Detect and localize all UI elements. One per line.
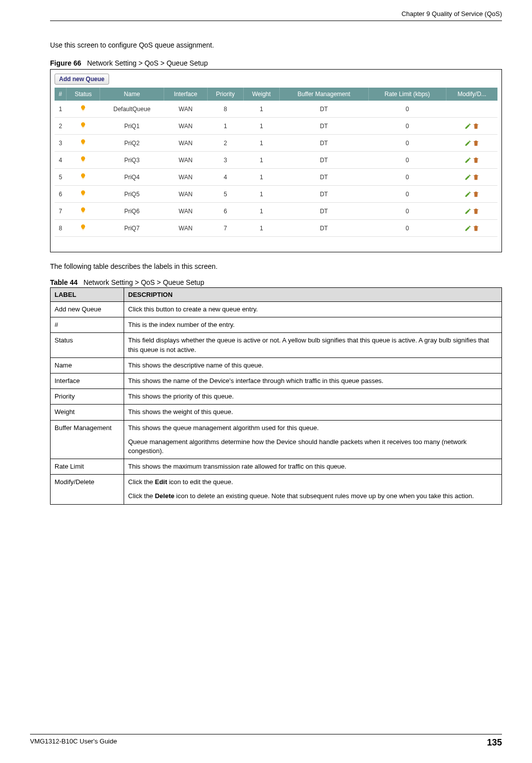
queue-cell (67, 220, 100, 237)
queue-modify-cell (446, 152, 497, 169)
delete-icon[interactable] (472, 156, 479, 163)
desc-row: PriorityThis shows the priority of this … (51, 389, 502, 405)
queue-cell: DefaultQueue (100, 101, 164, 118)
queue-cell: WAN (164, 152, 207, 169)
queue-modify-cell (446, 169, 497, 186)
queue-cell: DT (279, 118, 368, 135)
queue-cell: 1 (243, 118, 279, 135)
desc-text-cell: Click this button to create a new queue … (124, 302, 502, 317)
delete-icon[interactable] (472, 139, 479, 146)
desc-text-cell: This shows the maximum transmission rate… (124, 459, 502, 475)
queue-cell (67, 169, 100, 186)
desc-label-cell: Interface (51, 373, 124, 389)
queue-cell: PriQ4 (100, 169, 164, 186)
queue-cell: DT (279, 203, 368, 220)
delete-icon[interactable] (472, 190, 479, 197)
header-rule (50, 21, 502, 21)
queue-cell: DT (279, 186, 368, 203)
edit-icon[interactable] (464, 156, 471, 163)
desc-label-cell: Name (51, 357, 124, 373)
queue-cell: 0 (368, 220, 446, 237)
queue-header-cell: Interface (164, 88, 207, 101)
delete-icon[interactable] (472, 224, 479, 231)
table-row: 6PriQ5WAN51DT0 (55, 186, 497, 203)
queue-cell: 5 (207, 186, 243, 203)
queue-cell (67, 186, 100, 203)
queue-cell: WAN (164, 169, 207, 186)
desc-row: #This is the index number of the entry. (51, 317, 502, 333)
footer-page-number: 135 (487, 737, 502, 748)
queue-cell: 0 (368, 186, 446, 203)
description-table: LABEL DESCRIPTION Add new QueueClick thi… (50, 287, 502, 505)
queue-modify-cell (446, 135, 497, 152)
queue-cell: 1 (243, 186, 279, 203)
desc-label-cell: # (51, 317, 124, 333)
desc-text-cell: This shows the priority of this queue. (124, 389, 502, 405)
edit-icon[interactable] (464, 190, 471, 197)
edit-icon[interactable] (464, 139, 471, 146)
table-row: 2PriQ1WAN11DT0 (55, 118, 497, 135)
desc-label-cell: Weight (51, 405, 124, 420)
queue-cell: 7 (55, 203, 67, 220)
add-new-queue-button[interactable]: Add new Queue (55, 74, 109, 85)
queue-modify-cell (446, 118, 497, 135)
bulb-icon (80, 156, 87, 164)
bulb-icon (80, 207, 87, 215)
queue-cell: PriQ6 (100, 203, 164, 220)
queue-header-cell: Name (100, 88, 164, 101)
footer-guide-name: VMG1312-B10C User's Guide (30, 737, 117, 748)
desc-text-cell: This field displays whether the queue is… (124, 333, 502, 357)
queue-cell: DT (279, 135, 368, 152)
desc-label-cell: Priority (51, 389, 124, 405)
queue-cell: 0 (368, 152, 446, 169)
desc-text-cell: This shows the name of the Device's inte… (124, 373, 502, 389)
queue-cell: 8 (55, 220, 67, 237)
queue-cell: 1 (55, 101, 67, 118)
table-row: 7PriQ6WAN61DT0 (55, 203, 497, 220)
queue-cell: 0 (368, 203, 446, 220)
queue-cell: 8 (207, 101, 243, 118)
queue-cell: 1 (243, 169, 279, 186)
edit-icon[interactable] (464, 207, 471, 214)
edit-icon[interactable] (464, 224, 471, 231)
queue-cell (67, 101, 100, 118)
queue-cell: WAN (164, 101, 207, 118)
queue-cell: 1 (243, 135, 279, 152)
desc-row: InterfaceThis shows the name of the Devi… (51, 373, 502, 389)
queue-cell: WAN (164, 118, 207, 135)
queue-header-cell: Status (67, 88, 100, 101)
queue-modify-cell (446, 203, 497, 220)
desc-row: Modify/DeleteClick the Edit icon to edit… (51, 475, 502, 504)
queue-cell: PriQ7 (100, 220, 164, 237)
bulb-icon (80, 105, 87, 113)
queue-cell: WAN (164, 186, 207, 203)
desc-row: Rate LimitThis shows the maximum transmi… (51, 459, 502, 475)
table-row: 3PriQ2WAN21DT0 (55, 135, 497, 152)
queue-cell: 7 (207, 220, 243, 237)
queue-cell: PriQ3 (100, 152, 164, 169)
delete-icon[interactable] (472, 122, 479, 129)
queue-cell (67, 152, 100, 169)
edit-icon[interactable] (464, 122, 471, 129)
table-row: 8PriQ7WAN71DT0 (55, 220, 497, 237)
figure-caption: Figure 66 Network Setting > QoS > Queue … (50, 59, 502, 67)
delete-icon[interactable] (472, 207, 479, 214)
queue-header-cell: Modify/D... (446, 88, 497, 101)
queue-cell: DT (279, 169, 368, 186)
desc-label-cell: Rate Limit (51, 459, 124, 475)
queue-cell (67, 135, 100, 152)
queue-modify-cell (446, 220, 497, 237)
delete-icon[interactable] (472, 173, 479, 180)
table-row: 4PriQ3WAN31DT0 (55, 152, 497, 169)
queue-cell: 0 (368, 169, 446, 186)
post-figure-text: The following table describes the labels… (50, 262, 502, 270)
desc-row: StatusThis field displays whether the qu… (51, 333, 502, 357)
table-label: Table 44 (50, 278, 78, 286)
queue-header-cell: Priority (207, 88, 243, 101)
figure-box: Add new Queue #StatusNameInterfacePriori… (50, 69, 502, 252)
queue-cell: 1 (243, 101, 279, 118)
queue-cell: 3 (207, 152, 243, 169)
footer-rule (30, 734, 502, 734)
queue-cell: DT (279, 220, 368, 237)
edit-icon[interactable] (464, 173, 471, 180)
